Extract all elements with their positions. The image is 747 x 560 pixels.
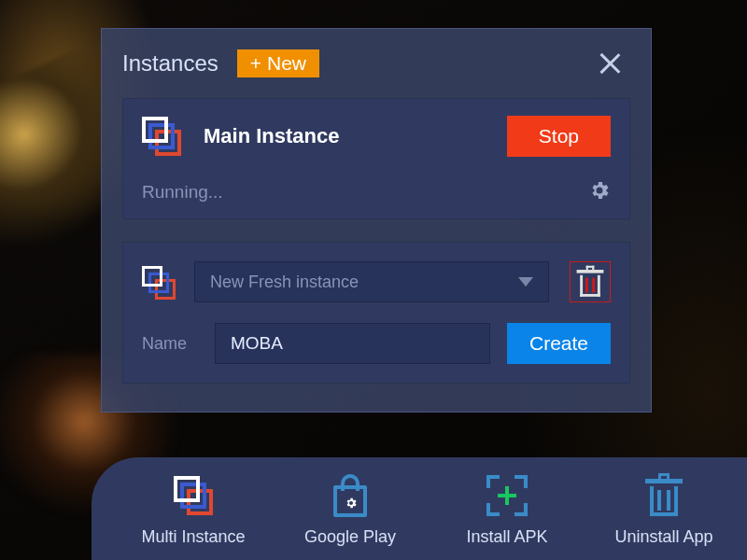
chevron-down-icon	[518, 277, 533, 287]
name-label: Name	[142, 334, 198, 354]
instances-dialog: Instances + New Main Instance Stop Runni…	[101, 28, 652, 413]
multi-instance-label: Multi Instance	[141, 527, 245, 547]
template-layers-icon	[142, 266, 174, 298]
instance-card: Main Instance Stop Running...	[122, 98, 630, 219]
delete-template-button[interactable]	[570, 261, 611, 302]
plus-icon: +	[250, 52, 261, 75]
stop-button[interactable]: Stop	[507, 116, 611, 157]
create-button[interactable]: Create	[507, 323, 611, 364]
instance-layers-icon	[142, 117, 181, 156]
instance-name: Main Instance	[204, 124, 339, 148]
trash-icon	[578, 267, 602, 297]
uninstall-app-button[interactable]: Uninstall App	[599, 471, 728, 547]
google-play-icon	[330, 474, 371, 517]
bottom-toolbar: Multi Instance Google Play Install APK	[92, 457, 747, 560]
dialog-title: Instances	[122, 50, 218, 77]
create-instance-panel: New Fresh instance Name Create	[122, 242, 630, 384]
multi-instance-icon	[174, 476, 213, 515]
uninstall-app-label: Uninstall App	[614, 527, 712, 547]
google-play-label: Google Play	[304, 527, 396, 547]
new-button-label: New	[267, 52, 306, 75]
template-select-value: New Fresh instance	[210, 273, 359, 292]
multi-instance-button[interactable]: Multi Instance	[129, 471, 258, 547]
instance-name-input[interactable]	[215, 323, 490, 364]
google-play-button[interactable]: Google Play	[286, 471, 415, 547]
gear-icon[interactable]	[588, 179, 611, 205]
uninstall-trash-icon	[647, 475, 681, 516]
install-apk-icon	[486, 475, 528, 516]
template-select[interactable]: New Fresh instance	[194, 261, 549, 302]
install-apk-button[interactable]: Install APK	[443, 471, 571, 547]
instance-status: Running...	[142, 182, 223, 203]
close-icon[interactable]	[597, 50, 623, 77]
dialog-header: Instances + New	[122, 49, 630, 77]
new-instance-button[interactable]: + New	[237, 49, 319, 77]
install-apk-label: Install APK	[466, 527, 547, 547]
